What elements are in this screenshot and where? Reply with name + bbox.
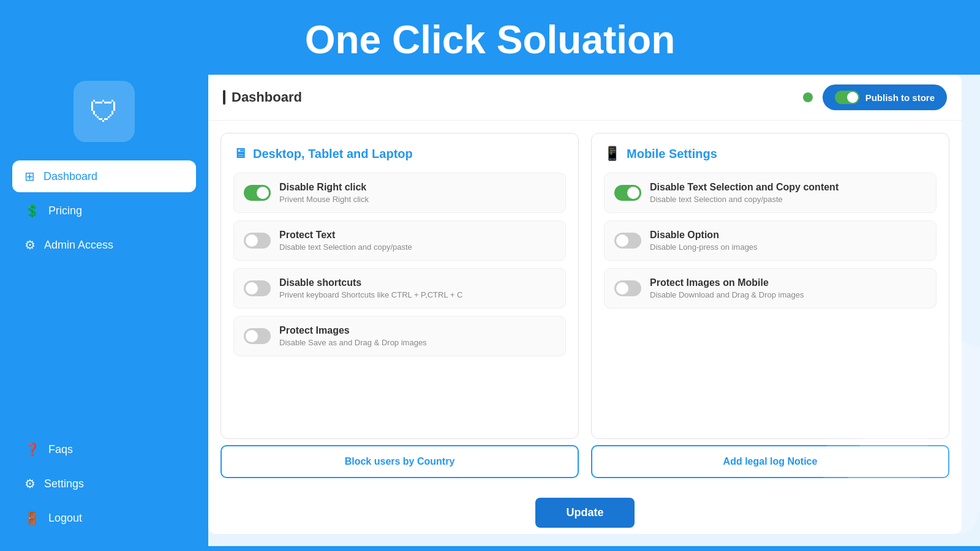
sidebar-item-logout-label: Logout (48, 512, 82, 525)
setting-item-protect-images: Protect Images Disable Save as and Drag … (233, 316, 566, 356)
setting-item-disable-text-selection: Disable Text Selection and Copy content … (604, 173, 937, 213)
desktop-title-text: Desktop, Tablet and Laptop (253, 147, 413, 161)
setting-text-protect-images: Protect Images Disable Save as and Drag … (279, 325, 427, 347)
setting-item-disable-shortcuts: Disable shortcuts Privent keyboard Short… (233, 268, 566, 309)
setting-title-protect-images: Protect Images (279, 325, 427, 336)
setting-item-protect-images-mobile: Protect Images on Mobile Disable Downloa… (604, 268, 937, 309)
faqs-icon: ❓ (24, 442, 40, 457)
sidebar-item-admin-label: Admin Access (44, 239, 113, 252)
setting-desc-disable-option: Disable Long-press on images (650, 242, 758, 252)
dashboard-header: Dashboard Publish to store (208, 75, 962, 121)
toggle-protect-images-mobile[interactable] (614, 280, 641, 296)
admin-icon: ⚙ (24, 238, 36, 252)
toggle-protect-text[interactable] (244, 233, 271, 249)
logout-icon: 🚪 (24, 511, 40, 525)
sidebar-item-dashboard-label: Dashboard (43, 170, 97, 183)
setting-desc-disable-text-selection: Disable text Selection and copy/paste (650, 195, 839, 204)
setting-title-disable-right-click: Disable Right click (279, 182, 369, 193)
toggle-disable-shortcuts[interactable] (244, 280, 271, 296)
sidebar-item-faqs[interactable]: ❓ Faqs (12, 433, 196, 465)
header-right: Publish to store (803, 84, 947, 110)
desktop-icon: 🖥 (233, 146, 247, 162)
setting-item-disable-right-click: Disable Right click Privent Mouse Right … (233, 173, 566, 213)
setting-text-disable-option: Disable Option Disable Long-press on ima… (650, 230, 758, 252)
setting-title-disable-text-selection: Disable Text Selection and Copy content (650, 182, 839, 193)
mobile-title: 📱 Mobile Settings (604, 146, 937, 162)
status-dot (803, 92, 813, 102)
sidebar-item-settings-label: Settings (44, 478, 84, 490)
dashboard-title: Dashboard (223, 89, 302, 105)
desktop-title: 🖥 Desktop, Tablet and Laptop (233, 146, 566, 162)
sidebar-item-pricing[interactable]: 💲 Pricing (12, 195, 196, 227)
setting-item-disable-option: Disable Option Disable Long-press on ima… (604, 220, 937, 261)
setting-title-protect-text: Protect Text (279, 230, 412, 241)
sidebar-item-dashboard[interactable]: ⊞ Dashboard (12, 160, 196, 192)
sidebar-item-faqs-label: Faqs (48, 443, 73, 456)
setting-text-protect-text: Protect Text Disable text Selection and … (279, 230, 412, 252)
toggle-disable-text-selection[interactable] (614, 185, 641, 201)
sidebar-item-settings[interactable]: ⚙ Settings (12, 468, 196, 500)
toggle-disable-option[interactable] (614, 233, 641, 249)
update-section: Update (208, 488, 962, 534)
page-title: One Click Soluation (0, 0, 980, 75)
setting-title-disable-option: Disable Option (650, 230, 758, 241)
publish-toggle (835, 91, 859, 104)
setting-text-disable-shortcuts: Disable shortcuts Privent keyboard Short… (279, 277, 462, 299)
setting-title-protect-images-mobile: Protect Images on Mobile (650, 277, 804, 288)
sidebar-item-logout[interactable]: 🚪 Logout (12, 502, 196, 534)
sidebar: 🛡 ⊞ Dashboard 💲 Pricing ⚙ Admin Access ❓… (0, 75, 208, 546)
setting-desc-protect-images-mobile: Disable Download and Drag & Drop images (650, 290, 804, 299)
dashboard-icon: ⊞ (24, 169, 35, 184)
sidebar-item-pricing-label: Pricing (48, 204, 82, 217)
publish-label: Publish to store (865, 92, 935, 103)
pricing-icon: 💲 (24, 203, 40, 218)
setting-text-disable-right-click: Disable Right click Privent Mouse Right … (279, 182, 369, 204)
block-users-button[interactable]: Block users by Country (221, 445, 579, 478)
publish-button[interactable]: Publish to store (823, 84, 947, 110)
shield-icon: 🛡 (89, 95, 119, 129)
desktop-column: 🖥 Desktop, Tablet and Laptop Disable Rig… (221, 133, 579, 439)
toggle-disable-right-click[interactable] (244, 185, 271, 201)
mobile-title-text: Mobile Settings (627, 147, 717, 161)
setting-text-disable-text-selection: Disable Text Selection and Copy content … (650, 182, 839, 204)
nav-bottom: ❓ Faqs ⚙ Settings 🚪 Logout (0, 433, 208, 546)
setting-desc-disable-right-click: Privent Mouse Right click (279, 195, 369, 204)
logo-box: 🛡 (74, 81, 135, 142)
toggle-protect-images[interactable] (244, 328, 271, 344)
nav-menu: ⊞ Dashboard 💲 Pricing ⚙ Admin Access (0, 160, 208, 261)
setting-desc-protect-images: Disable Save as and Drag & Drop images (279, 338, 427, 347)
setting-desc-disable-shortcuts: Privent keyboard Shortcuts like CTRL + P… (279, 290, 462, 299)
setting-text-protect-images-mobile: Protect Images on Mobile Disable Downloa… (650, 277, 804, 299)
settings-icon: ⚙ (24, 476, 36, 491)
sidebar-item-admin[interactable]: ⚙ Admin Access (12, 229, 196, 261)
setting-desc-protect-text: Disable text Selection and copy/paste (279, 242, 412, 252)
setting-item-protect-text: Protect Text Disable text Selection and … (233, 220, 566, 261)
update-button[interactable]: Update (535, 498, 634, 528)
mobile-icon: 📱 (604, 146, 620, 162)
setting-title-disable-shortcuts: Disable shortcuts (279, 277, 462, 288)
